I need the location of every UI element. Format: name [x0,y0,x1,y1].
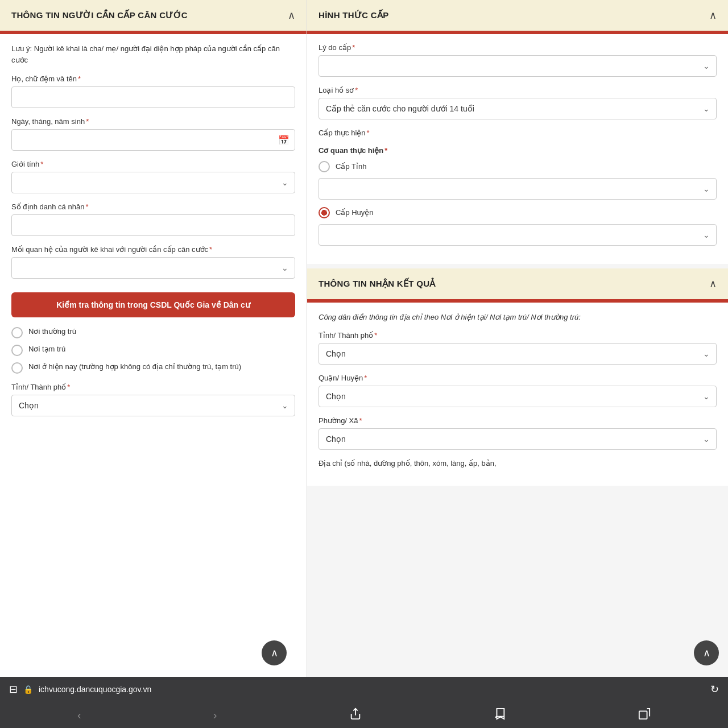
cap-tinh-select-wrapper: ⌄ [318,178,717,200]
bottom-nav: ⊟ 🔒 ichvucong.dancuquocgia.gov.vn ↻ ‹ › [0,677,728,728]
co-quan-label: Cơ quan thực hiện* [318,146,717,155]
cap-huyen-label: Cấp Huyện [336,208,374,217]
nav-buttons-bar: ‹ › [0,702,728,728]
hinh-thuc-cap-chevron[interactable]: ∧ [709,9,717,22]
right-city-group: Tỉnh/ Thành phố* Chọn ⌄ [318,331,717,365]
monitor-icon: ⊟ [9,683,18,696]
id-number-label: Số định danh cá nhân* [11,202,295,211]
ward-label: Phường/ Xã* [318,416,717,425]
cap-tinh-radio [318,161,330,172]
radio-circle-hien-nay [11,362,23,374]
thong-tin-title: THÔNG TIN NHẬN KẾT QUẢ [318,279,436,289]
ly-do-cap-label: Lý do cấp* [318,43,717,52]
loai-ho-so-label: Loại hồ sơ* [318,86,717,94]
left-city-group: Tỉnh/ Thành phố* Chọn ⌄ [11,383,295,416]
fullname-input[interactable] [11,86,295,108]
scroll-up-fab-right[interactable]: ∧ [694,640,719,665]
loai-ho-so-select-wrapper: Cấp thẻ căn cước cho người dưới 14 tuổi … [318,98,717,119]
dob-input[interactable] [11,129,295,151]
check-button[interactable]: Kiểm tra thông tin trong CSDL Quốc Gia v… [11,292,295,317]
thong-tin-note: Công dân điền thông tin địa chỉ theo Nơi… [318,312,717,323]
ly-do-cap-select-wrapper: ⌄ [318,55,717,77]
cap-huyen-option[interactable]: Cấp Huyện [318,206,717,218]
fullname-label: Họ, chữ đệm và tên* [11,75,295,83]
radio-circle-thuong-tru [11,327,23,338]
left-chevron-icon[interactable]: ∧ [288,9,295,22]
id-number-group: Số định danh cá nhân* [11,202,295,236]
cap-tinh-select[interactable] [318,178,717,200]
left-city-label: Tỉnh/ Thành phố* [11,383,295,391]
thong-tin-header: THÔNG TIN NHẬN KẾT QUẢ ∧ [307,268,728,301]
left-section-title: THÔNG TIN NGƯỜI CẦN CẤP CĂN CƯỚC [11,10,188,20]
ward-group: Phường/ Xã* Chọn ⌄ [318,416,717,450]
calendar-icon[interactable]: 📅 [278,135,289,146]
hinh-thuc-cap-section: HÌNH THỨC CẤP ∧ Lý do cấp* [307,0,728,264]
radio-thuong-tru[interactable]: Nơi thường trú [11,326,295,338]
address-label: Địa chỉ (số nhà, đường phố, thôn, xóm, l… [318,459,717,468]
note-text: Lưu ý: Người kê khai là cha/ mẹ/ người đ… [11,43,295,65]
lock-icon: 🔒 [23,685,33,694]
cap-huyen-select-wrapper: ⌄ [318,224,717,246]
radio-label-hien-nay: Nơi ở hiện nay (trường hợp không có địa … [28,362,241,372]
right-city-select[interactable]: Chọn [318,343,717,365]
relationship-select-wrapper: ⌄ [11,257,295,279]
cap-thuc-hien-group: Cấp thực hiện* [318,129,717,137]
cap-tinh-label: Cấp Tỉnh [336,162,366,171]
radio-circle-tam-tru [11,345,23,356]
loai-ho-so-group: Loại hồ sơ* Cấp thẻ căn cước cho người d… [318,86,717,119]
relationship-select[interactable] [11,257,295,279]
cap-huyen-select[interactable] [318,224,717,246]
fullname-group: Họ, chữ đệm và tên* [11,75,295,108]
district-label: Quận/ Huyện* [318,374,717,382]
gender-group: Giới tính* ⌄ [11,160,295,193]
svg-rect-1 [639,711,647,719]
ward-select-wrapper: Chọn ⌄ [318,428,717,450]
ly-do-cap-select[interactable] [318,55,717,77]
district-group: Quận/ Huyện* Chọn ⌄ [318,374,717,407]
address-radio-group: Nơi thường trú Nơi tạm trú Nơi ở hiện na… [11,326,295,374]
bookmarks-button[interactable] [489,705,511,725]
loai-ho-so-select[interactable]: Cấp thẻ căn cước cho người dưới 14 tuổi [318,98,717,119]
gender-select[interactable] [11,172,295,193]
hinh-thuc-cap-header: HÌNH THỨC CẤP ∧ [307,0,728,32]
left-city-select[interactable]: Chọn [11,395,295,416]
refresh-icon[interactable]: ↻ [710,683,719,696]
thong-tin-nhan-ket-qua-section: THÔNG TIN NHẬN KẾT QUẢ ∧ Công dân điền t… [307,268,728,486]
left-city-select-wrapper: Chọn ⌄ [11,395,295,416]
dob-input-wrapper: 📅 [11,129,295,151]
right-city-label: Tỉnh/ Thành phố* [318,331,717,340]
ward-select[interactable]: Chọn [318,428,717,450]
address-bar: ⊟ 🔒 ichvucong.dancuquocgia.gov.vn ↻ [0,677,728,702]
address-group: Địa chỉ (số nhà, đường phố, thôn, xóm, l… [318,459,717,468]
relationship-label: Mối quan hệ của người kê khai với người … [11,245,295,254]
share-button[interactable] [345,705,366,725]
cap-thuc-hien-label: Cấp thực hiện* [318,129,717,137]
thong-tin-chevron[interactable]: ∧ [709,278,717,290]
hinh-thuc-cap-title: HÌNH THỨC CẤP [318,10,389,20]
scroll-up-fab-left[interactable]: ∧ [262,640,287,665]
district-select-wrapper: Chọn ⌄ [318,386,717,407]
back-button[interactable]: ‹ [73,706,86,724]
url-text[interactable]: ichvucong.dancuquocgia.gov.vn [39,685,705,694]
dob-label: Ngày, tháng, năm sinh* [11,117,295,126]
cap-huyen-radio [318,207,330,218]
relationship-group: Mối quan hệ của người kê khai với người … [11,245,295,279]
tabs-button[interactable] [634,705,655,725]
radio-hien-nay[interactable]: Nơi ở hiện nay (trường hợp không có địa … [11,362,295,374]
cap-tinh-option[interactable]: Cấp Tỉnh [318,160,717,172]
radio-tam-tru[interactable]: Nơi tạm trú [11,344,295,356]
ly-do-cap-group: Lý do cấp* ⌄ [318,43,717,77]
gender-label: Giới tính* [11,160,295,168]
dob-group: Ngày, tháng, năm sinh* 📅 [11,117,295,151]
left-section-header: THÔNG TIN NGƯỜI CẦN CẤP CĂN CƯỚC ∧ [0,0,307,32]
right-city-select-wrapper: Chọn ⌄ [318,343,717,365]
forward-button[interactable]: › [209,706,222,724]
district-select[interactable]: Chọn [318,386,717,407]
gender-select-wrapper: ⌄ [11,172,295,193]
radio-label-tam-tru: Nơi tạm trú [28,344,65,354]
co-quan-thuc-hien-group: Cơ quan thực hiện* Cấp Tỉnh ⌄ [318,146,717,246]
radio-label-thuong-tru: Nơi thường trú [28,326,76,337]
id-number-input[interactable] [11,214,295,236]
